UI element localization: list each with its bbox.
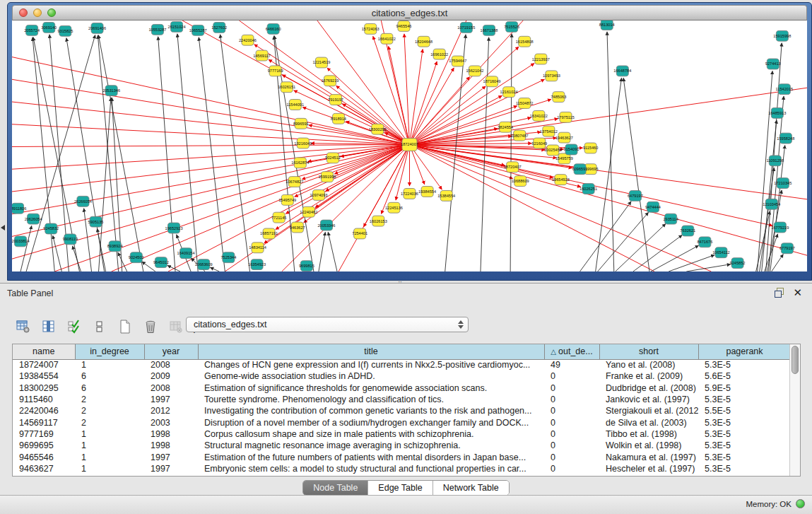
graph-node[interactable]: 6779197 (779, 243, 795, 254)
graph-node[interactable]: 9645012 (153, 257, 169, 268)
cell-indeg[interactable]: 1 (75, 451, 144, 462)
graph-node[interactable]: 16026153 (370, 216, 387, 226)
new-table-icon[interactable] (117, 319, 133, 334)
cell-out[interactable]: 0 (544, 440, 599, 451)
cell-year[interactable]: 1998 (144, 428, 198, 440)
cell-pagerank[interactable]: 5.5E-5 (698, 405, 791, 416)
cell-indeg[interactable]: 2 (75, 405, 144, 416)
graph-node[interactable]: 16154808 (516, 36, 534, 47)
table-column-icon[interactable] (41, 319, 57, 334)
graph-node[interactable]: 11544091 (286, 100, 304, 110)
graph-node[interactable]: 16648784 (613, 66, 631, 76)
black-edge[interactable] (220, 35, 250, 271)
cell-short[interactable]: Dudbridge et al. (2008) (599, 382, 698, 394)
graph-node[interactable]: 16769219 (322, 76, 339, 86)
graph-node[interactable]: 16779219 (771, 222, 789, 233)
graph-node[interactable]: 7254401 (352, 228, 367, 239)
graph-node[interactable]: 11091298 (767, 156, 784, 166)
column-header-short[interactable]: short (599, 344, 698, 359)
memory-status-icon[interactable] (796, 499, 805, 508)
column-header-title[interactable]: title (198, 344, 544, 359)
select-rows-icon[interactable] (66, 319, 82, 334)
table-row[interactable]: 1456911722003Disruption of a novel membe… (13, 416, 791, 428)
graph-node[interactable]: 18204648 (415, 36, 433, 47)
graph-node[interactable]: 9315825 (57, 25, 73, 36)
black-edge[interactable] (510, 34, 512, 271)
graph-node[interactable]: 17224036 (401, 188, 418, 199)
column-header-out_de[interactable]: △out_de... (544, 344, 599, 359)
graph-node[interactable]: 11504872 (516, 98, 534, 109)
delete-rows-icon[interactable] (143, 319, 158, 334)
graph-node[interactable]: 20053346 (317, 220, 335, 230)
red-edge[interactable] (410, 88, 808, 144)
cell-out[interactable]: 0 (544, 416, 599, 428)
graph-node[interactable]: 18720407 (504, 162, 522, 173)
graph-node[interactable]: 7632621 (680, 226, 695, 236)
table-row[interactable]: 977716911998Corpus callosum shape and si… (13, 428, 791, 440)
black-edge[interactable] (177, 34, 198, 271)
cell-year[interactable]: 2009 (144, 370, 198, 382)
cell-short[interactable]: Franke et al. (2009) (599, 370, 698, 382)
black-edge[interactable] (633, 235, 682, 271)
graph-node[interactable]: 15724063 (362, 23, 379, 34)
table-row[interactable]: 2242004622012Investigating the contribut… (13, 405, 791, 416)
graph-node[interactable]: 6096591 (572, 164, 588, 175)
tab-network-table[interactable]: Network Table (433, 481, 509, 495)
table-row[interactable]: 1830029562008Estimation of significance … (13, 382, 791, 394)
graph-node[interactable]: 22420046 (239, 35, 257, 45)
red-edge[interactable] (410, 145, 513, 179)
delete-table-icon[interactable] (168, 319, 184, 334)
black-edge[interactable] (319, 232, 325, 271)
graph-node[interactable]: 9274413 (765, 59, 781, 69)
black-edge[interactable] (762, 120, 777, 271)
table-row[interactable]: 946362711997Embryonic stem cells: a mode… (13, 463, 791, 474)
black-edge[interactable] (20, 226, 32, 271)
cell-indeg[interactable]: 1 (75, 359, 144, 370)
window-titlebar[interactable]: citations_edges.txt (12, 5, 807, 21)
graph-node[interactable]: 16409154 (177, 248, 195, 259)
cell-out[interactable]: 49 (544, 359, 599, 370)
cell-short[interactable]: Hescheler et al. (1997) (599, 463, 698, 474)
cell-short[interactable]: de Silva et al. (2003) (599, 416, 698, 428)
black-edge[interactable] (118, 252, 127, 271)
red-edge[interactable] (404, 34, 410, 145)
cell-year[interactable]: 1997 (144, 451, 198, 462)
cell-out[interactable]: 0 (544, 405, 599, 416)
black-edge[interactable] (158, 37, 175, 271)
graph-node[interactable]: 8813014 (599, 21, 615, 30)
graph-node[interactable]: 9245852 (730, 258, 746, 269)
graph-node[interactable]: 7485063 (551, 92, 567, 103)
graph-node[interactable]: 9115460 (583, 143, 598, 153)
graph-node[interactable]: 20626054 (25, 214, 42, 224)
black-edge[interactable] (328, 232, 337, 271)
graph-node[interactable]: 10553287 (148, 24, 166, 35)
graph-node[interactable]: 12213937 (532, 54, 550, 64)
graph-node[interactable]: 15384554 (437, 190, 455, 201)
graph-node[interactable]: 6479197 (628, 190, 643, 201)
graph-node[interactable]: 5905135 (88, 216, 104, 227)
cell-pagerank[interactable]: 5.3E-5 (698, 428, 791, 440)
graph-node[interactable]: 14569117 (253, 50, 271, 61)
graph-node[interactable]: 15495749 (278, 194, 296, 205)
graph-node[interactable]: 20531346 (102, 86, 120, 96)
cell-title[interactable]: Disruption of a novel member of a sodium… (198, 416, 544, 428)
cell-short[interactable]: Jankovic et al. (1997) (599, 394, 698, 405)
column-header-in_degree[interactable]: in_degree (75, 344, 144, 359)
graph-node[interactable]: 6216049 (531, 138, 547, 148)
table-select-dropdown[interactable]: citations_edges.txt (186, 317, 469, 332)
table-settings-icon[interactable] (16, 319, 31, 334)
cell-year[interactable]: 1997 (144, 394, 198, 405)
cell-title[interactable]: Investigating the contribution of common… (198, 405, 544, 416)
scrollbar-thumb[interactable] (792, 346, 799, 374)
cell-title[interactable]: Changes of HCN gene expression and I(f) … (198, 359, 544, 370)
cell-name[interactable]: 9699695 (13, 440, 75, 451)
cell-title[interactable]: Corpus callosum shape and size in male p… (198, 428, 544, 440)
column-header-pagerank[interactable]: pagerank (698, 344, 791, 359)
red-edge[interactable] (295, 145, 410, 197)
graph-node[interactable]: 18716049 (483, 76, 501, 87)
cell-name[interactable]: 9463627 (13, 463, 75, 474)
graph-node[interactable]: 7919197 (328, 95, 343, 105)
cell-indeg[interactable]: 2 (75, 394, 144, 405)
graph-node[interactable]: 14834114 (249, 243, 266, 253)
red-edge[interactable] (410, 145, 655, 271)
